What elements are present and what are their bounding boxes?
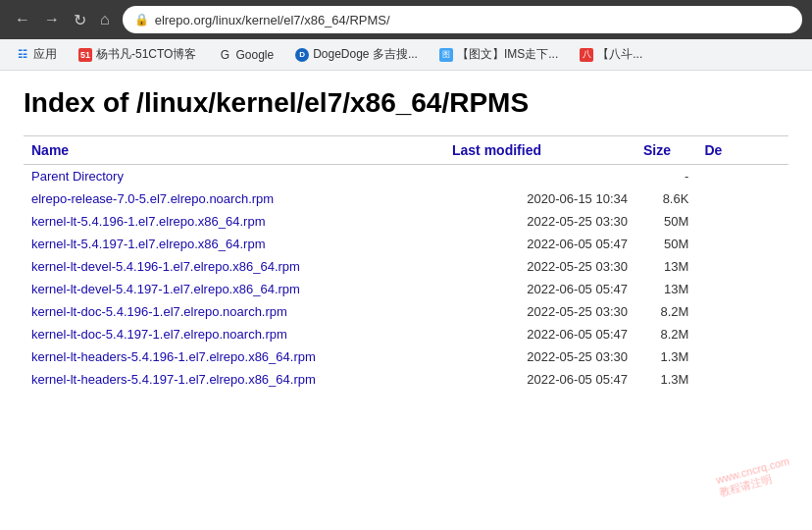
bookmark-doge[interactable]: D DogeDoge 多吉搜... xyxy=(287,44,426,65)
file-desc-cell xyxy=(696,278,788,300)
col-header-modified: Last modified xyxy=(444,135,635,164)
file-modified-cell: 2020-06-15 10:34 xyxy=(444,187,635,210)
file-link[interactable]: kernel-lt-5.4.197-1.el7.elrepo.x86_64.rp… xyxy=(31,237,265,251)
table-row: Parent Directory- xyxy=(24,164,788,187)
file-modified-cell: 2022-06-05 05:47 xyxy=(444,368,635,391)
file-modified-cell: 2022-06-05 05:47 xyxy=(444,323,635,345)
file-size-cell: 8.2M xyxy=(635,323,696,345)
bookmark-apps-label: 应用 xyxy=(33,46,57,63)
table-row: kernel-lt-devel-5.4.197-1.el7.elrepo.x86… xyxy=(24,278,788,300)
file-name-cell: kernel-lt-5.4.197-1.el7.elrepo.x86_64.rp… xyxy=(24,233,444,255)
google-icon: G xyxy=(218,48,231,62)
file-link[interactable]: kernel-lt-devel-5.4.197-1.el7.elrepo.x86… xyxy=(31,282,300,296)
bookmark-bazhuo-label: 【八斗... xyxy=(597,46,642,63)
file-link[interactable]: kernel-lt-doc-5.4.197-1.el7.elrepo.noarc… xyxy=(31,327,287,342)
table-row: elrepo-release-7.0-5.el7.elrepo.noarch.r… xyxy=(24,187,788,210)
reload-button[interactable]: ↻ xyxy=(69,9,91,31)
doge-icon: D xyxy=(295,48,309,62)
bookmark-doge-label: DogeDoge 多吉搜... xyxy=(313,46,418,63)
col-header-size: Size xyxy=(635,135,696,164)
bookmark-google-label: Google xyxy=(235,48,274,62)
file-desc-cell xyxy=(696,233,788,255)
file-name-cell: kernel-lt-5.4.196-1.el7.elrepo.x86_64.rp… xyxy=(24,210,444,233)
file-size-cell: 1.3M xyxy=(635,368,696,391)
file-link[interactable]: kernel-lt-headers-5.4.196-1.el7.elrepo.x… xyxy=(31,349,316,364)
file-size-cell: 50M xyxy=(635,210,696,233)
col-header-desc: De xyxy=(696,135,788,164)
col-header-name: Name xyxy=(24,135,444,164)
bookmark-apps[interactable]: ☷ 应用 xyxy=(8,44,65,65)
file-name-cell: kernel-lt-headers-5.4.197-1.el7.elrepo.x… xyxy=(24,368,444,391)
home-button[interactable]: ⌂ xyxy=(95,9,115,30)
col-header-size-link[interactable]: Size xyxy=(643,142,671,158)
table-header-row: Name Last modified Size De xyxy=(24,135,788,164)
bookmark-ims[interactable]: 图 【图文】IMS走下... xyxy=(431,44,566,65)
file-name-cell: kernel-lt-headers-5.4.196-1.el7.elrepo.x… xyxy=(24,345,444,368)
apps-icon: ☷ xyxy=(16,48,29,62)
table-row: kernel-lt-headers-5.4.197-1.el7.elrepo.x… xyxy=(24,368,788,391)
file-desc-cell xyxy=(696,300,788,323)
table-row: kernel-lt-5.4.197-1.el7.elrepo.x86_64.rp… xyxy=(24,233,788,255)
file-modified-cell: 2022-06-05 05:47 xyxy=(444,233,635,255)
file-link[interactable]: kernel-lt-headers-5.4.197-1.el7.elrepo.x… xyxy=(31,372,316,387)
page-content: Index of /linux/kernel/el7/x86_64/RPMS N… xyxy=(0,71,812,522)
file-name-cell: elrepo-release-7.0-5.el7.elrepo.noarch.r… xyxy=(24,187,444,210)
file-size-cell: 8.6K xyxy=(635,187,696,210)
bookmark-google[interactable]: G Google xyxy=(210,46,281,64)
file-desc-cell xyxy=(696,345,788,368)
file-name-cell: kernel-lt-doc-5.4.196-1.el7.elrepo.noarc… xyxy=(24,300,444,323)
file-modified-cell: 2022-05-25 03:30 xyxy=(444,210,635,233)
file-table: Name Last modified Size De Parent Direct… xyxy=(24,135,788,391)
file-desc-cell xyxy=(696,255,788,278)
file-modified-cell: 2022-05-25 03:30 xyxy=(444,255,635,278)
table-row: kernel-lt-doc-5.4.197-1.el7.elrepo.noarc… xyxy=(24,323,788,345)
col-header-modified-link[interactable]: Last modified xyxy=(452,142,541,158)
file-modified-cell: 2022-06-05 05:47 xyxy=(444,278,635,300)
forward-button[interactable]: → xyxy=(39,9,65,30)
table-row: kernel-lt-headers-5.4.196-1.el7.elrepo.x… xyxy=(24,345,788,368)
file-name-cell: Parent Directory xyxy=(24,164,444,187)
lock-icon: 🔒 xyxy=(134,13,149,26)
browser-chrome: ← → ↻ ⌂ 🔒 elrepo.org/linux/kernel/el7/x8… xyxy=(0,0,812,71)
file-size-cell: 13M xyxy=(635,255,696,278)
file-size-cell: 13M xyxy=(635,278,696,300)
file-size-cell: 1.3M xyxy=(635,345,696,368)
file-modified-cell xyxy=(444,164,635,187)
file-desc-cell xyxy=(696,210,788,233)
bookmark-51cto[interactable]: 51 杨书凡-51CTO博客 xyxy=(71,44,204,65)
file-link[interactable]: Parent Directory xyxy=(31,169,124,184)
bazhuo-icon: 八 xyxy=(580,48,593,62)
nav-buttons: ← → ↻ ⌂ xyxy=(10,9,115,31)
bookmark-ims-label: 【图文】IMS走下... xyxy=(457,46,558,63)
file-name-cell: kernel-lt-devel-5.4.197-1.el7.elrepo.x86… xyxy=(24,278,444,300)
file-name-cell: kernel-lt-devel-5.4.196-1.el7.elrepo.x86… xyxy=(24,255,444,278)
file-desc-cell xyxy=(696,187,788,210)
file-link[interactable]: kernel-lt-doc-5.4.196-1.el7.elrepo.noarc… xyxy=(31,304,287,319)
ims-icon: 图 xyxy=(439,48,453,62)
file-link[interactable]: kernel-lt-5.4.196-1.el7.elrepo.x86_64.rp… xyxy=(31,214,265,229)
table-row: kernel-lt-devel-5.4.196-1.el7.elrepo.x86… xyxy=(24,255,788,278)
browser-toolbar: ← → ↻ ⌂ 🔒 elrepo.org/linux/kernel/el7/x8… xyxy=(0,0,812,39)
file-desc-cell xyxy=(696,368,788,391)
page-title: Index of /linux/kernel/el7/x86_64/RPMS xyxy=(24,86,788,120)
51cto-icon: 51 xyxy=(78,48,92,62)
bookmark-51cto-label: 杨书凡-51CTO博客 xyxy=(96,46,196,63)
back-button[interactable]: ← xyxy=(10,9,35,30)
address-bar-container[interactable]: 🔒 elrepo.org/linux/kernel/el7/x86_64/RPM… xyxy=(123,6,802,33)
file-modified-cell: 2022-05-25 03:30 xyxy=(444,345,635,368)
file-name-cell: kernel-lt-doc-5.4.197-1.el7.elrepo.noarc… xyxy=(24,323,444,345)
file-modified-cell: 2022-05-25 03:30 xyxy=(444,300,635,323)
file-link[interactable]: elrepo-release-7.0-5.el7.elrepo.noarch.r… xyxy=(31,191,274,206)
col-header-name-link[interactable]: Name xyxy=(31,142,69,158)
address-text: elrepo.org/linux/kernel/el7/x86_64/RPMS/ xyxy=(155,13,790,27)
file-size-cell: 50M xyxy=(635,233,696,255)
file-desc-cell xyxy=(696,164,788,187)
bookmark-bazhuo[interactable]: 八 【八斗... xyxy=(572,44,650,65)
file-size-cell: 8.2M xyxy=(635,300,696,323)
file-size-cell: - xyxy=(635,164,696,187)
col-header-desc-link[interactable]: De xyxy=(704,142,722,158)
table-row: kernel-lt-doc-5.4.196-1.el7.elrepo.noarc… xyxy=(24,300,788,323)
file-desc-cell xyxy=(696,323,788,345)
bookmarks-bar: ☷ 应用 51 杨书凡-51CTO博客 G Google D DogeDoge … xyxy=(0,39,812,71)
file-link[interactable]: kernel-lt-devel-5.4.196-1.el7.elrepo.x86… xyxy=(31,259,300,274)
